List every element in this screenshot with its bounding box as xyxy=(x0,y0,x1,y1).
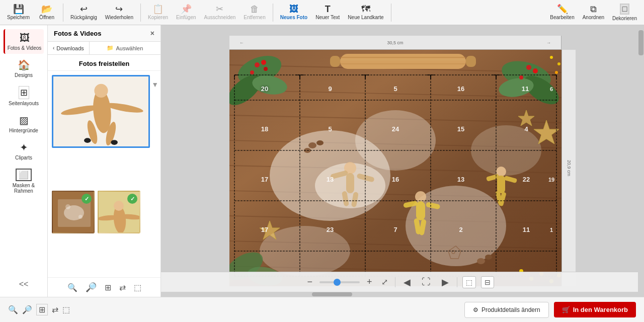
canvas-bg: 20 9 5 16 11 6 18 5 24 15 4 xyxy=(229,50,561,286)
separator xyxy=(395,277,395,287)
svg-text:2: 2 xyxy=(459,226,462,233)
sidebar-item-designs[interactable]: 🏠 Designs xyxy=(4,56,44,81)
toolbar-sep-1 xyxy=(63,4,63,22)
svg-text:6: 6 xyxy=(550,86,553,92)
toolbar-wiederholen[interactable]: ↪ Wiederholen xyxy=(102,4,136,21)
panel-tool-zoom-out[interactable]: 🔍 xyxy=(65,282,79,293)
toolbar-einfuegen[interactable]: 📌 Einfügen xyxy=(173,4,199,21)
toolbar-sep-4 xyxy=(391,4,391,22)
toolbar-oeffnen[interactable]: 📂 Öffnen xyxy=(35,4,59,21)
action-bar: 🔍 🔎 ⊞ ⇄ ⬚ ⚙ Produktdetails ändern 🛒 In d… xyxy=(0,297,644,322)
sidebar-item-cliparts[interactable]: ✦ Cliparts xyxy=(4,138,44,164)
cart-icon: 🛒 xyxy=(562,306,570,313)
svg-text:9: 9 xyxy=(328,85,332,93)
bottom-toolbar: − + ⤢ ◀ ⛶ ▶ ⬚ ⊟ xyxy=(161,272,638,292)
sidebar-collapse-btn[interactable]: << xyxy=(15,276,33,293)
svg-text:22: 22 xyxy=(523,176,530,183)
svg-text:1: 1 xyxy=(550,227,553,233)
photo-thumb-2[interactable]: ✓ xyxy=(52,191,95,233)
canvas-area: ← 30,5 cm → 20,9 cm xyxy=(161,25,644,297)
zoom-in-btn[interactable]: + xyxy=(365,276,374,288)
svg-text:23: 23 xyxy=(327,226,334,233)
canvas-transfer-btn[interactable]: ⇄ xyxy=(52,305,58,314)
toolbar-bearbeiten[interactable]: ✏️ Bearbeiten xyxy=(547,3,577,22)
panel-nav-select[interactable]: 📁 Auswählen xyxy=(90,42,160,54)
zoom-out-btn[interactable]: − xyxy=(305,276,314,288)
zoom-slider-thumb[interactable] xyxy=(334,279,341,286)
panel-nav-downloads[interactable]: ‹ Downloads xyxy=(48,42,90,54)
fit-icon[interactable]: ⤢ xyxy=(379,277,390,287)
toolbar-neue-landkarte[interactable]: 🗺 Neue Landkarte xyxy=(345,4,386,21)
ausschneiden-icon: ✂ xyxy=(216,5,223,14)
sidebar-item-masken-rahmen[interactable]: ⬜ Masken & Rahmen xyxy=(4,166,44,197)
panel-tool-grid[interactable]: ⊞ xyxy=(103,282,113,293)
svg-text:13: 13 xyxy=(457,176,464,183)
ruler-top: ← 30,5 cm → xyxy=(229,36,561,50)
svg-text:16: 16 xyxy=(392,176,399,183)
oeffnen-icon: 📂 xyxy=(41,5,52,14)
masken-rahmen-icon: ⬜ xyxy=(16,169,32,181)
panel-tool-crop[interactable]: ⬚ xyxy=(132,282,143,293)
svg-text:17: 17 xyxy=(261,226,268,233)
canvas-image[interactable]: 20 9 5 16 11 6 18 5 24 15 4 xyxy=(229,50,561,286)
panel-scroll-down[interactable]: ▼ xyxy=(151,80,158,89)
svg-text:17: 17 xyxy=(261,176,268,183)
canvas-hscrollbar-thumb[interactable] xyxy=(312,292,352,296)
ruler-right: 20,9 cm xyxy=(561,50,576,286)
toolbar-kopieren[interactable]: 📋 Kopieren xyxy=(145,4,171,21)
svg-text:20: 20 xyxy=(261,85,268,93)
bearbeiten-icon: ✏️ xyxy=(557,5,568,14)
canvas-hscrollbar[interactable] xyxy=(161,292,638,297)
photo-thumb-1[interactable] xyxy=(52,75,150,148)
svg-point-7 xyxy=(84,138,91,143)
toolbar-dekorieren[interactable]: □ Dekorieren xyxy=(609,3,640,22)
svg-text:4: 4 xyxy=(524,125,528,133)
toolbar-right: ✏️ Bearbeiten ⧉ Anordnen □ Dekorieren xyxy=(547,3,640,22)
toolbar-neues-foto[interactable]: 🖼 Neues Foto xyxy=(277,4,310,21)
entfernen-icon: 🗑 xyxy=(250,5,259,14)
toolbar-entfernen[interactable]: 🗑 Entfernen xyxy=(240,4,268,21)
sidebar-item-fotos-videos[interactable]: 🖼 Fotos & Videos xyxy=(4,29,44,54)
fullscreen-btn[interactable]: ⛶ xyxy=(419,276,434,288)
svg-text:15: 15 xyxy=(457,125,464,133)
toolbar-ausschneiden[interactable]: ✂ Ausschneiden xyxy=(201,4,239,21)
panel-close-btn[interactable]: × xyxy=(150,29,154,37)
canvas-vscrollbar-thumb[interactable] xyxy=(638,30,643,55)
einfuegen-icon: 📌 xyxy=(181,5,192,14)
toolbar-neuer-text[interactable]: T Neuer Text xyxy=(312,4,343,21)
photo-grid: ✓ ✓ xyxy=(48,71,160,277)
chevron-left-icon: ‹ xyxy=(53,45,54,51)
svg-text:11: 11 xyxy=(522,85,529,93)
panel-tool-zoom-in[interactable]: 🔎 xyxy=(84,281,99,294)
zoom-slider[interactable] xyxy=(319,281,360,283)
sidebar-item-hintergruende[interactable]: ▨ Hintergründe xyxy=(4,111,44,136)
panel-tool-transfer[interactable]: ⇄ xyxy=(117,282,128,293)
svg-text:16: 16 xyxy=(457,85,464,93)
panel-header: Fotos & Videos × xyxy=(48,25,160,42)
neue-landkarte-icon: 🗺 xyxy=(361,5,370,14)
canvas-grid-btn[interactable]: ⊞ xyxy=(36,304,48,315)
svg-point-13 xyxy=(78,215,83,219)
toolbar-rueckgaengig[interactable]: ↩ Rückgängig xyxy=(67,4,100,21)
fotos-videos-icon: 🖼 xyxy=(20,32,30,44)
toolbar-speichern[interactable]: 💾 Speichern xyxy=(4,4,33,21)
add-to-cart-btn[interactable]: 🛒 In den Warenkorb xyxy=(554,302,636,317)
tool-btn-2[interactable]: ⊟ xyxy=(481,276,494,288)
left-sidebar: 🖼 Fotos & Videos 🏠 Designs ⊞ Seitenlayou… xyxy=(0,25,48,297)
canvas-zoom-out-btn[interactable]: 🔍 xyxy=(8,305,18,314)
tool-btn-1[interactable]: ⬚ xyxy=(462,276,476,288)
panel-section-title: Fotos freistellen xyxy=(48,55,160,71)
prev-page-btn[interactable]: ◀ xyxy=(400,276,414,289)
canvas-crop-btn[interactable]: ⬚ xyxy=(62,305,70,314)
canvas-wrapper: ← 30,5 cm → 20,9 cm xyxy=(229,36,576,286)
photo-thumb-3[interactable]: ✓ xyxy=(98,191,140,233)
canvas-vscrollbar[interactable] xyxy=(638,25,644,297)
anordnen-icon: ⧉ xyxy=(590,5,597,14)
next-page-btn[interactable]: ▶ xyxy=(439,276,452,289)
product-details-btn[interactable]: ⚙ Produktdetails ändern xyxy=(464,302,549,318)
sidebar-item-seitenlayouts[interactable]: ⊞ Seitenlayouts xyxy=(4,83,44,109)
wiederholen-icon: ↪ xyxy=(115,5,123,14)
toolbar-anordnen[interactable]: ⧉ Anordnen xyxy=(580,3,607,22)
separator2 xyxy=(457,277,457,287)
canvas-zoom-in-btn[interactable]: 🔎 xyxy=(22,305,32,314)
